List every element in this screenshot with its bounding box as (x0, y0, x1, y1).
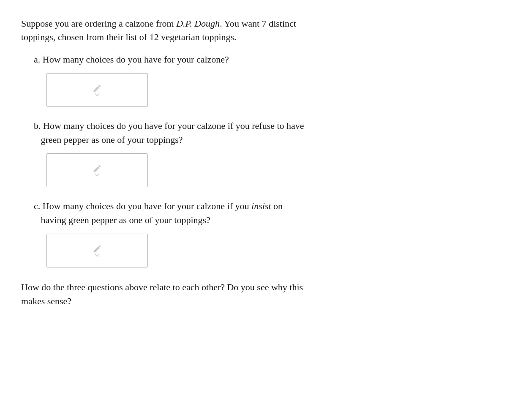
question-c-text: c. How many choices do you have for your… (34, 199, 486, 227)
intro-paragraph: Suppose you are ordering a calzone from … (21, 17, 486, 44)
question-b-answer-wrapper (46, 153, 486, 187)
question-a-block: a. How many choices do you have for your… (21, 52, 486, 107)
question-b-text: b. How many choices do you have for your… (34, 119, 486, 147)
intro-line2: toppings, chosen from their list of 12 v… (21, 32, 237, 42)
chevron-down-icon-b (95, 174, 99, 176)
chevron-down-icon-c (95, 254, 99, 256)
footer-line2: makes sense? (21, 296, 71, 306)
pencil-icon-c (93, 244, 102, 256)
pencil-svg-b (93, 164, 102, 173)
question-b-answer-box[interactable] (46, 153, 148, 187)
footer-text: How do the three questions above relate … (21, 280, 486, 308)
question-b-block: b. How many choices do you have for your… (21, 119, 486, 187)
pencil-svg-c (93, 244, 102, 254)
question-c-block: c. How many choices do you have for your… (21, 199, 486, 267)
question-a-text: a. How many choices do you have for your… (34, 52, 486, 66)
chevron-down-icon-a (95, 93, 99, 96)
intro-line1: Suppose you are ordering a calzone from … (21, 18, 296, 29)
question-c-answer-box[interactable] (46, 234, 148, 267)
question-a-answer-wrapper (46, 73, 486, 107)
question-c-answer-wrapper (46, 234, 486, 267)
pencil-svg-a (93, 84, 102, 93)
pencil-icon-b (93, 164, 102, 176)
footer-line1: How do the three questions above relate … (21, 282, 303, 292)
pencil-icon-a (93, 84, 102, 96)
question-a-answer-box[interactable] (46, 73, 148, 107)
